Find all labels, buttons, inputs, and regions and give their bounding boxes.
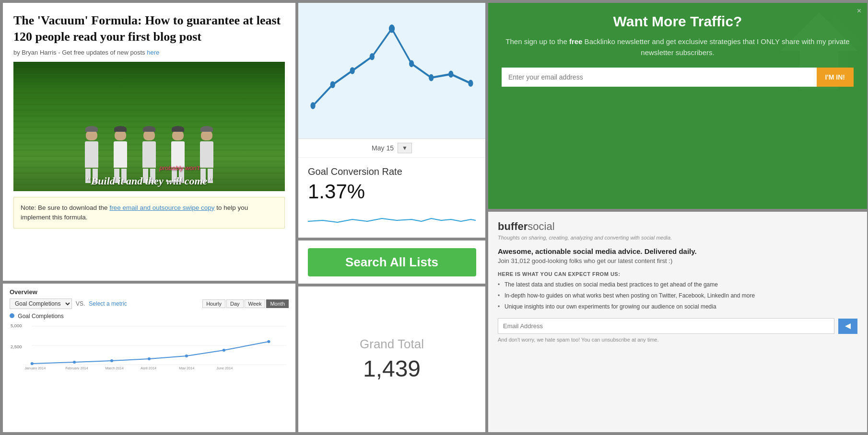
buffer-send-note: And don't worry, we hate spam too! You c… xyxy=(498,337,857,343)
svg-point-22 xyxy=(370,53,375,60)
buffer-email-row xyxy=(498,318,857,334)
select-metric-link[interactable]: Select a metric xyxy=(89,300,127,307)
buffer-list-title: HERE IS WHAT YOU CAN EXPECT FROM US: xyxy=(498,271,857,277)
buffer-logo: buffersocial xyxy=(498,220,857,233)
svg-point-7 xyxy=(110,359,113,362)
svg-point-6 xyxy=(73,361,76,364)
analytics-chart-panel: May 15 ▼ Goal Conversion Rate 1.37% xyxy=(298,3,485,238)
analytics-overview-panel: Overview Goal Completions VS. Select a m… xyxy=(3,284,295,432)
svg-point-9 xyxy=(185,355,188,357)
svg-point-20 xyxy=(330,81,335,88)
svg-marker-30 xyxy=(845,323,851,329)
search-all-lists-button[interactable]: Search All Lists xyxy=(308,248,476,276)
svg-point-24 xyxy=(409,60,414,68)
traffic-desc: Then sign up to the free Backlinko newsl… xyxy=(502,36,854,58)
mid-column: May 15 ▼ Goal Conversion Rate 1.37% Sear… xyxy=(298,3,485,432)
traffic-title: Want More Traffic? xyxy=(502,13,854,30)
right-column: × Want More Traffic? Then sign up to the… xyxy=(488,3,867,432)
buffer-tagline: Thoughts on sharing, creating, analyzing… xyxy=(498,235,857,240)
blog-title: The 'Vacuum' Formula: How to guarantee a… xyxy=(13,12,285,45)
caption-will: will xyxy=(166,175,182,187)
svg-text:March 2014: March 2014 xyxy=(106,366,124,369)
buffer-logo-bold: buffer xyxy=(498,220,528,232)
traffic-free: free xyxy=(569,37,583,46)
buffer-send-button[interactable] xyxy=(838,319,857,334)
overview-chart: 5,000 2,500 January 2014 February 2014 M… xyxy=(10,321,289,369)
player-3 xyxy=(137,124,162,172)
goal-section: Goal Conversion Rate 1.37% xyxy=(298,157,485,238)
month-btn[interactable]: Month xyxy=(266,299,289,308)
traffic-panel: × Want More Traffic? Then sign up to the… xyxy=(488,3,867,209)
buffer-email-input[interactable] xyxy=(498,318,834,334)
traffic-desc-post: Backlinko newsletter and get exclusive s… xyxy=(582,37,849,57)
list-item: Unique insights into our own experiments… xyxy=(498,303,857,311)
buffer-heading: Awesome, actionable social media advice.… xyxy=(498,247,857,255)
player-2 xyxy=(108,124,133,172)
svg-text:January 2014: January 2014 xyxy=(24,366,46,369)
buffer-logo-social: social xyxy=(528,220,554,232)
date-bar: May 15 ▼ xyxy=(298,138,485,157)
goal-label: Goal Conversion Rate xyxy=(308,166,476,177)
day-btn[interactable]: Day xyxy=(226,299,244,308)
traffic-email-input[interactable] xyxy=(502,68,817,87)
chart-date: May 15 xyxy=(372,144,394,152)
svg-point-5 xyxy=(31,362,34,365)
svg-point-8 xyxy=(148,357,151,360)
note-pre: Note: Be sure to download the xyxy=(21,204,109,211)
blog-panel: The 'Vacuum' Formula: How to guarantee a… xyxy=(3,3,295,281)
svg-point-26 xyxy=(448,71,453,78)
svg-point-10 xyxy=(223,349,225,352)
traffic-desc-pre: Then sign up to the xyxy=(505,37,569,46)
grand-total-label: Grand Total xyxy=(360,337,424,352)
hourly-btn[interactable]: Hourly xyxy=(202,299,225,308)
email-signup-row: I'M IN! xyxy=(502,68,854,87)
legend-dot xyxy=(10,313,14,318)
dropdown-arrow: ▼ xyxy=(402,145,408,151)
main-line-chart xyxy=(303,8,481,134)
line-chart-top xyxy=(298,3,485,138)
player-1 xyxy=(79,124,104,172)
svg-text:April 2014: April 2014 xyxy=(141,366,156,369)
time-buttons: Hourly Day Week Month xyxy=(202,299,289,308)
note-link[interactable]: free email and outsource swipe copy xyxy=(109,204,214,211)
caption-pre: "Build it and they xyxy=(85,175,166,187)
week-btn[interactable]: Week xyxy=(245,299,266,308)
svg-text:February 2014: February 2014 xyxy=(65,366,88,369)
im-in-button[interactable]: I'M IN! xyxy=(817,68,854,87)
svg-text:5,000: 5,000 xyxy=(11,323,22,328)
buffer-subheading: Join 31,012 good-looking folks who get o… xyxy=(498,257,857,264)
caption-post: come" xyxy=(182,175,213,187)
search-btn-panel: Search All Lists xyxy=(298,240,485,284)
sparkline xyxy=(308,207,476,231)
svg-point-21 xyxy=(350,67,355,74)
svg-text:2,500: 2,500 xyxy=(11,344,22,349)
grand-total-panel: Grand Total 1,439 xyxy=(298,286,485,432)
svg-point-11 xyxy=(267,340,270,343)
date-dropdown[interactable]: ▼ xyxy=(398,143,412,153)
caption-probably: probably won't xyxy=(159,164,199,172)
svg-text:June 2014: June 2014 xyxy=(216,366,233,369)
metric-select[interactable]: Goal Completions xyxy=(10,298,72,309)
blog-note: Note: Be sure to download the free email… xyxy=(13,197,285,229)
left-column: The 'Vacuum' Formula: How to guarantee a… xyxy=(3,3,295,432)
metrics-row: Goal Completions VS. Select a metric Hou… xyxy=(10,298,289,309)
svg-point-23 xyxy=(389,24,395,33)
svg-point-25 xyxy=(429,74,434,81)
byline-link[interactable]: here xyxy=(147,49,159,56)
buffer-list: The latest data and studies on social me… xyxy=(498,281,857,310)
list-item: The latest data and studies on social me… xyxy=(498,281,857,289)
svg-point-19 xyxy=(310,102,315,109)
svg-text:May 2014: May 2014 xyxy=(179,366,194,369)
grand-total-value: 1,439 xyxy=(363,355,421,382)
byline-text: by Bryan Harris - Get free updates of ne… xyxy=(13,49,145,56)
list-item: In-depth how-to guides on what works bes… xyxy=(498,292,857,300)
image-caption: probably won't "Build it and they will c… xyxy=(13,175,285,187)
vs-text: VS. xyxy=(76,300,85,307)
buffer-panel: buffersocial Thoughts on sharing, creati… xyxy=(488,212,867,432)
blog-image: probably won't "Build it and they will c… xyxy=(13,62,285,191)
goal-value: 1.37% xyxy=(308,180,476,203)
legend-label: Goal Completions xyxy=(18,313,63,320)
overview-title: Overview xyxy=(10,288,289,296)
baseball-players xyxy=(13,124,285,172)
send-icon xyxy=(844,322,852,330)
